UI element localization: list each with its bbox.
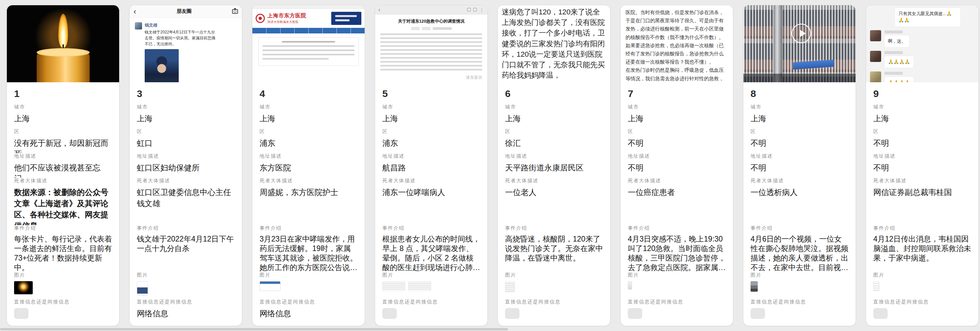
card-cover-image[interactable]: ‹ ⋮ 关于对浦东120急救中心的调查情况 浦东新区 [375, 5, 487, 82]
field-label-deceased: 死者大体描述 [628, 177, 725, 184]
record-card[interactable]: 医院。当时有些低烧，但是发热门诊在消杀，于是在门口的黑夜里等待了很久。可是由于有… [620, 5, 733, 326]
field-event: 事件介绍 高烧昏迷，核酸阴，120来了说发热门诊关了。无奈在家中降温，在昏迷中离… [505, 225, 603, 272]
record-card[interactable]: 8 城市 上海 区 不明 地址描述 不明 死者大体描述 一位透析病人 事件介绍 … [743, 5, 856, 326]
field-label-direct: 直接信息还是间接信息 [14, 299, 112, 305]
textshot-thumbnail[interactable] [505, 281, 515, 292]
card-cover-image[interactable]: ‹ 朋友圈 钱文雄 钱文雄于2022年4月12日下午一点十九分去世。疫情期间一切… [130, 5, 242, 82]
field-value-event: 4月3日突感不适，晚上19:30叫了120急救。当时面临全员核酸，三甲医院门急诊… [628, 234, 725, 272]
building-thumbnail[interactable] [751, 281, 758, 292]
field-label-images: 图片 [259, 272, 358, 278]
record-card[interactable]: ‹ 朋友圈 钱文雄 钱文雄于2022年4月12日下午一点十九分去世。疫情期间一切… [129, 5, 242, 326]
field-value-city: 上海 [382, 113, 480, 124]
field-value-event: 高烧昏迷，核酸阴，120来了说发热门诊关了。无奈在家中降温，在昏迷中离世。 [505, 234, 603, 263]
website-banner [331, 12, 361, 25]
field-district: 区 不明 [751, 128, 848, 153]
chat-bubble: 啊，这。 [885, 35, 909, 47]
record-card[interactable]: ‹ ⋮ 关于对浦东120急救中心的调查情况 浦东新区 [375, 5, 488, 326]
chat-bubble: 只有其女儿眼见其病逝...🙏🙏🙏 [895, 8, 960, 27]
chat-username-blurred [885, 30, 903, 34]
field-value-address: 东方医院 [259, 162, 358, 173]
field-label-direct: 直接信息还是间接信息 [873, 299, 971, 305]
hospital-subtitle: 同济大学附属东方医院 [267, 20, 331, 24]
field-value-direct [382, 308, 397, 319]
field-value-district: 徐汇 [505, 138, 603, 149]
field-address: 地址描述 他们不应该被漠视甚至忘记。 [14, 153, 112, 177]
card-number: 8 [751, 88, 848, 99]
field-value-city: 上海 [751, 113, 848, 124]
card-number: 3 [137, 88, 235, 99]
field-value-address: 虹口区妇幼保健所 [137, 162, 235, 173]
card-cover-image[interactable]: 只有其女儿眼见其病逝...🙏🙏🙏 啊，这。 🙏🙏🙏🙏 🙏🙏🙏🙏 [866, 5, 978, 82]
card-cover-image[interactable] [7, 5, 119, 82]
card-cover-image[interactable]: 迷病危了叫120，120来了说全上海发热门诊都关了，没有医院接收，打了一个多小时… [498, 5, 610, 82]
field-label-city: 城市 [137, 104, 235, 110]
card-number: 7 [628, 88, 725, 99]
field-deceased: 死者大体描述 浦东一位哮喘病人 [382, 177, 480, 225]
moments-thumbnail[interactable] [137, 281, 148, 296]
field-label-images: 图片 [382, 272, 480, 278]
document-toolbar: ‹ ⋮ [375, 5, 487, 14]
field-images: 图片 [628, 272, 725, 299]
record-card[interactable]: 迷病危了叫120，120来了说全上海发热门诊都关了，没有医院接收，打了一个多小时… [498, 5, 611, 326]
field-district: 区 虹口 [137, 128, 235, 153]
field-deceased: 死者大体描述 一位老人 [505, 177, 603, 225]
field-label-event: 事件介绍 [382, 225, 480, 231]
field-city: 城市 上海 [628, 104, 725, 128]
field-value-district: 不明 [873, 138, 971, 149]
field-value-district: 浦东 [382, 138, 480, 149]
field-value-event: 4月6日的一个视频，一位女性在撕心裂肺地哭泣。据视频描述，她的亲人要做透析，出不… [751, 234, 848, 272]
document-title: 关于对浦东120急救中心的调查情况 [380, 18, 482, 24]
field-label-direct: 直接信息还是间接信息 [628, 299, 725, 305]
horizontal-scrollbar[interactable] [0, 328, 508, 330]
field-label-address: 地址描述 [259, 153, 358, 159]
doc-thumbnail[interactable] [382, 281, 405, 291]
candle-thumbnail[interactable] [14, 281, 33, 294]
field-value-district: 没有死于新冠，却因新冠而死 [14, 138, 112, 153]
field-images: 图片 [751, 272, 848, 299]
field-city: 城市 上海 [382, 104, 480, 128]
field-value-district: 不明 [751, 138, 848, 149]
field-address: 地址描述 不明 [628, 153, 725, 177]
doc-thumbnail[interactable] [408, 281, 431, 291]
camera-icon [232, 9, 238, 14]
webpage-thumbnail[interactable] [259, 281, 280, 291]
field-label-address: 地址描述 [137, 153, 235, 159]
field-label-images: 图片 [628, 272, 725, 278]
field-deceased: 死者大体描述 周盛妮，东方医院护士 [259, 177, 358, 225]
video-thumbnail [743, 5, 856, 82]
image-thumbnails [628, 281, 725, 290]
record-card[interactable]: 只有其女儿眼见其病逝...🙏🙏🙏 啊，这。 🙏🙏🙏🙏 🙏🙏🙏🙏 [866, 5, 979, 326]
field-label-direct: 直接信息还是间接信息 [259, 299, 358, 305]
field-deceased: 死者大体描述 一位透析病人 [751, 177, 848, 225]
field-value-deceased: 一位老人 [505, 187, 603, 198]
field-value-deceased: 周盛妮，东方医院护士 [259, 187, 358, 198]
text-screenshot: 迷病危了叫120，120来了说全上海发热门诊都关了，没有医院接收，打了一个多小时… [498, 5, 610, 82]
field-value-event: 4月12日传出消息，韦桂国因脑溢血、封控期间联系救治未果，于家中病逝。 [873, 234, 971, 263]
card-cover-image[interactable] [743, 5, 856, 82]
field-images: 图片 [137, 272, 235, 299]
field-event: 事件介绍 钱文雄于2022年4月12日下午一点十九分自杀 [137, 225, 235, 272]
record-card[interactable]: 上海市东方医院 同济大学附属东方医院 [252, 5, 365, 326]
hospital-website-screenshot: 上海市东方医院 同济大学附属东方医院 [252, 5, 364, 82]
narrow-thumbnail[interactable] [628, 281, 632, 290]
wechat-post: 钱文雄 钱文雄于2022年4月12日下午一点十九分去世。疫情期间一切从简。家属目… [130, 18, 242, 82]
field-value-deceased: 一位癌症患者 [628, 187, 725, 198]
field-value-event: 根据患者女儿公布的时间线，早上 8 点，其父哮喘发作、晕倒。随后，小区 2 名做… [382, 234, 480, 272]
more-icon: ⋮ [479, 7, 484, 13]
hospital-logo [256, 14, 265, 23]
field-value-deceased: 虹口区卫健委信息中心主任钱文雄 [137, 187, 235, 209]
field-value-deceased: 网信证券副总裁韦桂国 [873, 187, 971, 198]
field-label-address: 地址描述 [505, 153, 603, 159]
field-deceased: 死者大体描述 数据来源：被删除的公众号文章《上海逝者》及其评论区、各种社交媒体、… [14, 177, 112, 225]
card-cover-image[interactable]: 医院。当时有些低烧，但是发热门诊在消杀，于是在门口的黑夜里等待了很久。可是由于有… [620, 5, 733, 82]
field-value-deceased: 数据来源：被删除的公众号文章《上海逝者》及其评论区、各种社交媒体、网友提供信息。 [14, 187, 112, 225]
record-card[interactable]: 1 城市 上海 区 没有死于新冠，却因新冠而死 地址描述 他们不应该被漠视甚至忘… [6, 5, 119, 326]
chatshot-thumbnail[interactable] [873, 281, 880, 291]
wechat-topbar: ‹ 朋友圈 [130, 5, 242, 18]
card-cover-image[interactable]: 上海市东方医院 同济大学附属东方医院 [252, 5, 364, 82]
field-label-direct: 直接信息还是间接信息 [382, 299, 480, 305]
website-topstrip [252, 5, 364, 9]
field-event: 事件介绍 根据患者女儿公布的时间线，早上 8 点，其父哮喘发作、晕倒。随后，小区… [382, 225, 480, 272]
field-label-district: 区 [14, 128, 112, 135]
field-label-address: 地址描述 [382, 153, 480, 159]
